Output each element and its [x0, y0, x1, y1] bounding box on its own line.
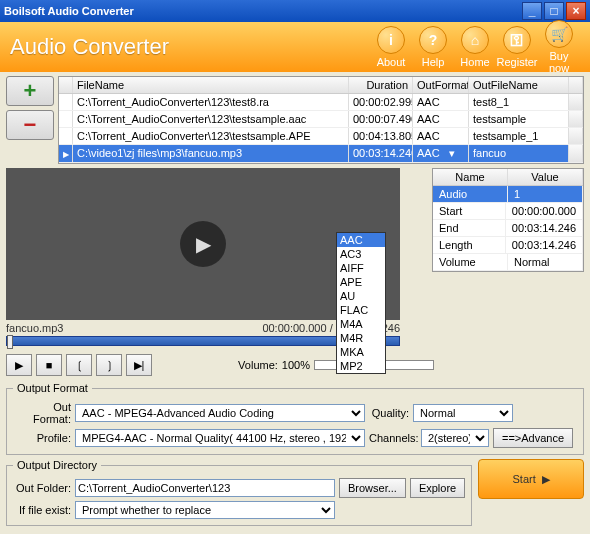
window-title: Boilsoft Audio Converter: [4, 5, 520, 17]
file-list[interactable]: FileName Duration OutFormat OutFileName …: [58, 76, 584, 164]
info-icon: i: [377, 26, 405, 54]
app-title: Audio Converter: [10, 34, 370, 60]
prop-row[interactable]: Audio1: [433, 186, 583, 203]
dropdown-item[interactable]: MKA: [337, 345, 385, 359]
advance-button[interactable]: ==>Advance: [493, 428, 573, 448]
key-icon: ⚿: [503, 26, 531, 54]
file-exist-select[interactable]: Prompt whether to replace: [75, 501, 335, 519]
buynow-button[interactable]: 🛒Buy now: [538, 20, 580, 74]
maximize-button[interactable]: □: [544, 2, 564, 20]
preview-filename: fancuo.mp3: [6, 322, 63, 334]
volume-label: Volume:: [238, 359, 278, 371]
col-filename[interactable]: FileName: [73, 77, 349, 93]
table-row[interactable]: C:\video1\zj files\mp3\fancuo.mp300:03:1…: [59, 145, 583, 163]
dropdown-item[interactable]: M4R: [337, 331, 385, 345]
slider-thumb[interactable]: [7, 335, 13, 349]
propcol-value: Value: [508, 169, 583, 185]
outformat-dropdown[interactable]: AAC AC3 AIFF APE AU FLAC M4A M4R MKA MP2: [336, 232, 386, 374]
play-button[interactable]: ▶: [6, 354, 32, 376]
add-file-button[interactable]: +: [6, 76, 54, 106]
prop-row[interactable]: Start00:00:00.000: [433, 203, 583, 220]
profile-select[interactable]: MPEG4-AAC - Normal Quality( 44100 Hz, st…: [75, 429, 365, 447]
go-end-button[interactable]: ▶|: [126, 354, 152, 376]
stop-button[interactable]: ■: [36, 354, 62, 376]
mark-in-button[interactable]: ❲: [66, 354, 92, 376]
prop-row[interactable]: VolumeNormal: [433, 254, 583, 271]
start-button[interactable]: Start▶: [478, 459, 584, 499]
volume-value: 100%: [282, 359, 310, 371]
browse-button[interactable]: Browser...: [339, 478, 406, 498]
dropdown-item[interactable]: FLAC: [337, 303, 385, 317]
prop-row[interactable]: Length00:03:14.246: [433, 237, 583, 254]
register-button[interactable]: ⚿Register: [496, 26, 538, 68]
help-button[interactable]: ?Help: [412, 26, 454, 68]
out-folder-input[interactable]: [75, 479, 335, 497]
help-icon: ?: [419, 26, 447, 54]
col-duration[interactable]: Duration: [349, 77, 413, 93]
play-icon[interactable]: ▶: [180, 221, 226, 267]
dropdown-item[interactable]: AC3: [337, 247, 385, 261]
col-outfilename[interactable]: OutFileName: [469, 77, 569, 93]
close-button[interactable]: ×: [566, 2, 586, 20]
dropdown-item[interactable]: AAC: [337, 233, 385, 247]
prop-row[interactable]: End00:03:14.246: [433, 220, 583, 237]
channels-select[interactable]: 2(stereo): [421, 429, 489, 447]
file-list-header: FileName Duration OutFormat OutFileName: [59, 77, 583, 94]
out-format-select[interactable]: AAC - MPEG4-Advanced Audio Coding: [75, 404, 365, 422]
col-outformat[interactable]: OutFormat: [413, 77, 469, 93]
home-button[interactable]: ⌂Home: [454, 26, 496, 68]
minimize-button[interactable]: _: [522, 2, 542, 20]
output-directory-group: Output Directory Out Folder: Browser... …: [6, 459, 472, 526]
mark-out-button[interactable]: ❳: [96, 354, 122, 376]
propcol-name: Name: [433, 169, 508, 185]
dropdown-item[interactable]: AIFF: [337, 261, 385, 275]
output-format-group: Output Format Out Format: AAC - MPEG4-Ad…: [6, 382, 584, 455]
table-row[interactable]: C:\Torrent_AudioConverter\123\testsample…: [59, 111, 583, 128]
outformat-dropdown-cell[interactable]: AAC ▾: [413, 145, 469, 162]
dropdown-item[interactable]: APE: [337, 275, 385, 289]
property-grid: NameValue Audio1 Start00:00:00.000 End00…: [432, 168, 584, 272]
app-header: Audio Converter iAbout ?Help ⌂Home ⚿Regi…: [0, 22, 590, 72]
table-row[interactable]: C:\Torrent_AudioConverter\123\testsample…: [59, 128, 583, 145]
play-arrow-icon: ▶: [542, 473, 550, 486]
quality-select[interactable]: Normal: [413, 404, 513, 422]
titlebar: Boilsoft Audio Converter _ □ ×: [0, 0, 590, 22]
dropdown-item[interactable]: AU: [337, 289, 385, 303]
dropdown-item[interactable]: M4A: [337, 317, 385, 331]
table-row[interactable]: C:\Torrent_AudioConverter\123\test8.ra00…: [59, 94, 583, 111]
explore-button[interactable]: Explore: [410, 478, 465, 498]
remove-file-button[interactable]: −: [6, 110, 54, 140]
home-icon: ⌂: [461, 26, 489, 54]
about-button[interactable]: iAbout: [370, 26, 412, 68]
dropdown-item[interactable]: MP2: [337, 359, 385, 373]
cart-icon: 🛒: [545, 20, 573, 48]
